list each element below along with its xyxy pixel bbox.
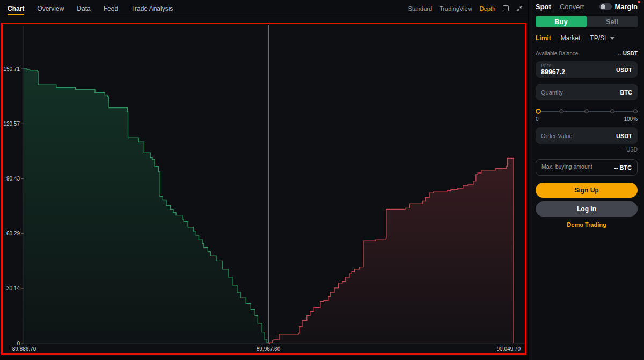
slider-handle[interactable] xyxy=(536,109,541,114)
order-type-limit[interactable]: Limit xyxy=(536,34,551,42)
sign-up-button[interactable]: Sign Up xyxy=(536,183,638,198)
slider-labels: 0 100% xyxy=(536,116,638,122)
quantity-slider[interactable] xyxy=(536,108,638,114)
order-type-tabs: Limit Market TP/SL xyxy=(536,34,638,42)
market-tab-convert[interactable]: Convert xyxy=(560,3,584,11)
depth-chart[interactable]: 150.71120.5790.4360.2930.14089,886.7089,… xyxy=(0,23,528,356)
tab-overview[interactable]: Overview xyxy=(37,0,64,17)
depth-chart-svg: 150.71120.5790.4360.2930.14089,886.7089,… xyxy=(0,23,528,356)
tab-feed[interactable]: Feed xyxy=(104,0,118,17)
trade-panel: Spot Convert Margin Buy Sell Limit Marke… xyxy=(529,0,644,360)
usd-equivalent: -- USD xyxy=(536,147,638,153)
available-balance-row: Available Balance -- USDT xyxy=(536,50,638,57)
chart-nav-bar: Chart Overview Data Feed Trade Analysis … xyxy=(0,0,528,17)
notification-dot xyxy=(638,1,640,3)
tab-data[interactable]: Data xyxy=(77,0,90,17)
tab-trade-analysis[interactable]: Trade Analysis xyxy=(131,0,173,17)
trading-screen: Chart Overview Data Feed Trade Analysis … xyxy=(0,0,644,360)
market-type-row: Spot Convert Margin xyxy=(536,2,638,11)
available-balance-value: -- USDT xyxy=(618,51,638,56)
market-tab-spot[interactable]: Spot xyxy=(536,3,551,11)
slider-stop-25[interactable] xyxy=(559,109,564,113)
price-field[interactable]: Price 89967.2 USDT xyxy=(536,61,638,78)
svg-text:0: 0 xyxy=(17,341,20,347)
price-field-left: Price 89967.2 xyxy=(541,63,616,76)
screenshot-frame-icon[interactable] xyxy=(503,5,509,11)
log-in-button[interactable]: Log In xyxy=(536,201,638,217)
chevron-down-icon xyxy=(610,37,614,40)
quantity-unit: BTC xyxy=(620,89,632,96)
price-field-unit: USDT xyxy=(616,67,632,73)
market-tab-margin[interactable]: Margin xyxy=(614,3,638,11)
order-type-tpsl-label: TP/SL xyxy=(590,34,608,42)
price-field-value[interactable]: 89967.2 xyxy=(541,69,616,76)
chart-region: Chart Overview Data Feed Trade Analysis … xyxy=(0,0,528,356)
side-switch: Buy Sell xyxy=(536,16,638,27)
order-type-tpsl[interactable]: TP/SL xyxy=(590,34,614,42)
sell-button[interactable]: Sell xyxy=(587,16,638,27)
slider-stop-50[interactable] xyxy=(584,109,589,113)
svg-text:120.57: 120.57 xyxy=(3,121,20,127)
svg-text:89,967.60: 89,967.60 xyxy=(257,346,281,352)
order-type-market[interactable]: Market xyxy=(561,34,581,42)
svg-text:60.29: 60.29 xyxy=(6,231,20,236)
chart-nav-tabs: Chart Overview Data Feed Trade Analysis xyxy=(8,0,173,17)
view-mode-depth[interactable]: Depth xyxy=(480,5,495,12)
max-buying-amount-box: Max. buying amount -- BTC xyxy=(536,159,638,176)
slider-stop-75[interactable] xyxy=(610,109,614,113)
max-buying-amount-value: -- BTC xyxy=(614,164,632,171)
view-mode-tradingview[interactable]: TradingView xyxy=(440,5,472,12)
svg-text:89,886.70: 89,886.70 xyxy=(12,346,36,352)
available-balance-label: Available Balance xyxy=(536,51,578,56)
order-value-field[interactable]: Order Value USDT xyxy=(536,127,638,144)
view-mode-standard[interactable]: Standard xyxy=(408,5,432,12)
quantity-placeholder: Quantity xyxy=(541,89,620,96)
slider-stop-100[interactable] xyxy=(633,109,638,113)
toggle-knob xyxy=(601,4,605,9)
svg-text:90,049.70: 90,049.70 xyxy=(497,346,521,352)
svg-text:150.71: 150.71 xyxy=(3,66,20,72)
quantity-field[interactable]: Quantity BTC xyxy=(536,84,638,100)
demo-trading-link[interactable]: Demo Trading xyxy=(536,221,638,228)
margin-toggle-group: Margin xyxy=(599,3,638,11)
collapse-icon[interactable] xyxy=(516,5,523,12)
price-field-label: Price xyxy=(541,63,616,68)
chart-view-controls: Standard TradingView Depth xyxy=(408,0,523,17)
svg-text:90.43: 90.43 xyxy=(6,176,20,182)
slider-min-label: 0 xyxy=(536,116,539,122)
order-value-unit: USDT xyxy=(616,133,632,139)
margin-toggle[interactable] xyxy=(599,3,612,10)
order-value-placeholder: Order Value xyxy=(541,133,616,139)
slider-max-label: 100% xyxy=(624,116,638,122)
max-buying-amount-label[interactable]: Max. buying amount xyxy=(541,163,592,171)
buy-button[interactable]: Buy xyxy=(536,16,587,27)
tab-chart[interactable]: Chart xyxy=(8,0,24,17)
svg-text:30.14: 30.14 xyxy=(6,285,20,291)
